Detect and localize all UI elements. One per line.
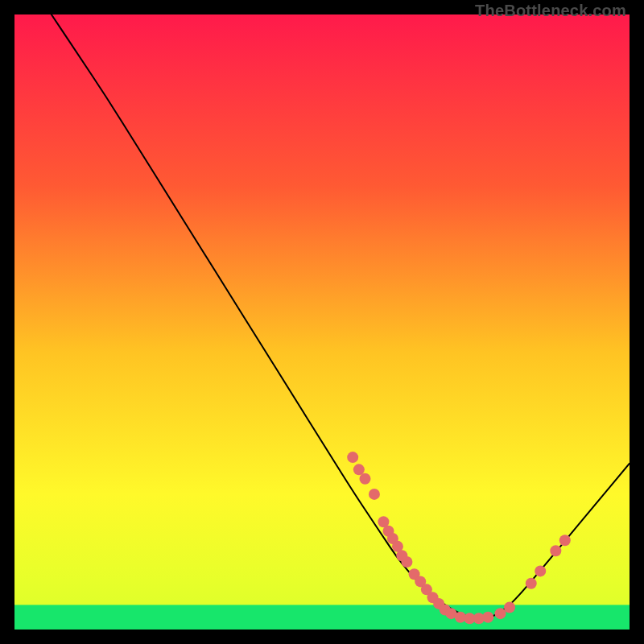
- data-point: [526, 578, 537, 589]
- chart-svg: [14, 14, 630, 630]
- data-point: [369, 489, 380, 500]
- data-point: [347, 452, 358, 463]
- data-point: [401, 556, 412, 568]
- data-point: [535, 565, 546, 576]
- data-point: [495, 608, 506, 619]
- data-point: [482, 612, 493, 623]
- data-point: [504, 601, 515, 613]
- data-point: [359, 473, 370, 485]
- data-point: [353, 464, 365, 475]
- gradient-background: [14, 14, 630, 630]
- data-point: [550, 545, 561, 556]
- data-point: [559, 535, 571, 546]
- bottom-green-band: [14, 605, 630, 630]
- chart-frame: [14, 14, 630, 630]
- watermark-text: TheBottleneck.com: [475, 2, 626, 20]
